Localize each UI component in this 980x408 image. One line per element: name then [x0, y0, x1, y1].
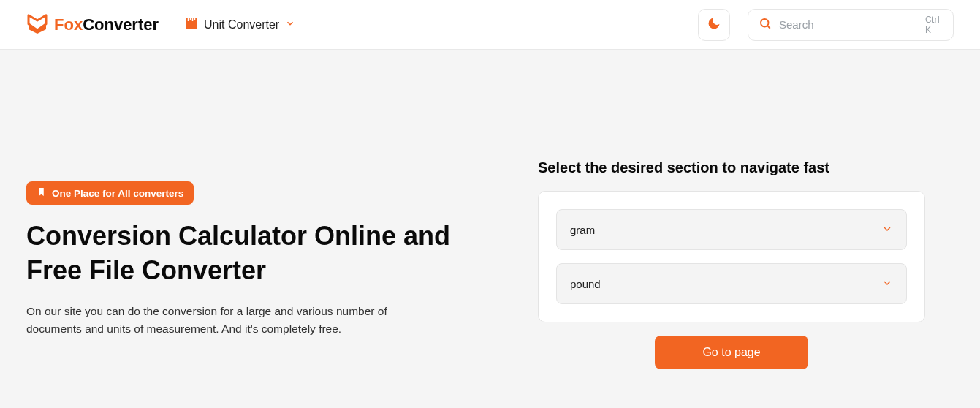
chevron-down-icon: [285, 18, 295, 31]
hero-badge: One Place for All converters: [26, 181, 194, 205]
theme-toggle-button[interactable]: [698, 9, 730, 41]
brand-second: Converter: [83, 15, 159, 34]
to-unit-select[interactable]: pound: [556, 263, 907, 304]
chevron-down-icon: [881, 223, 893, 237]
from-unit-select[interactable]: gram: [556, 209, 907, 250]
hero-subtitle: On our site you can do the conversion fo…: [26, 303, 406, 338]
hero-section: One Place for All converters Conversion …: [26, 50, 494, 408]
search-box[interactable]: Ctrl K: [748, 9, 954, 41]
nav-unit-converter[interactable]: Unit Converter: [185, 17, 295, 33]
hero-title: Conversion Calculator Online and Free Fi…: [26, 219, 494, 288]
brand-first: Fox: [54, 15, 83, 34]
hero-badge-text: One Place for All converters: [52, 188, 183, 199]
go-to-page-button[interactable]: Go to page: [655, 336, 808, 369]
search-input[interactable]: [779, 18, 918, 31]
nav-label: Unit Converter: [204, 18, 279, 31]
search-shortcut: Ctrl K: [925, 15, 943, 35]
moon-icon: [707, 16, 721, 33]
from-unit-value: gram: [570, 224, 595, 236]
quicknav-heading: Select the desired section to navigate f…: [538, 159, 925, 176]
svg-point-1: [761, 19, 769, 27]
quicknav-section: Select the desired section to navigate f…: [538, 50, 925, 408]
bookmark-icon: [37, 187, 46, 199]
top-header: FoxConverter Unit Converter Ctrl K: [0, 0, 980, 50]
ruler-icon: [185, 17, 198, 33]
search-icon: [759, 17, 772, 33]
brand-logo[interactable]: FoxConverter: [26, 12, 159, 38]
main-content: One Place for All converters Conversion …: [0, 50, 980, 408]
quicknav-card: gram pound: [538, 191, 925, 322]
to-unit-value: pound: [570, 278, 601, 290]
fox-logo-icon: [26, 12, 48, 38]
chevron-down-icon: [881, 277, 893, 291]
svg-line-2: [767, 26, 770, 28]
